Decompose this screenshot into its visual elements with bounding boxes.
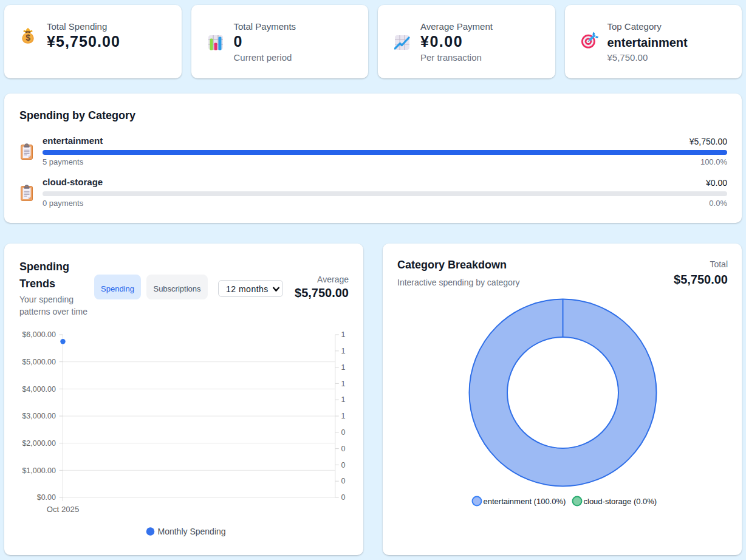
svg-text:0: 0 xyxy=(341,445,346,453)
svg-text:$0.00: $0.00 xyxy=(37,493,56,502)
svg-text:0: 0 xyxy=(341,428,346,437)
svg-text:1: 1 xyxy=(341,412,346,420)
svg-text:$1,000.00: $1,000.00 xyxy=(22,466,56,475)
svg-text:Oct 2025: Oct 2025 xyxy=(47,505,80,514)
svg-text:$: $ xyxy=(26,33,30,43)
svg-text:1: 1 xyxy=(341,380,346,388)
svg-text:1: 1 xyxy=(341,363,346,372)
svg-text:0: 0 xyxy=(341,477,346,485)
svg-text:Monthly Spending: Monthly Spending xyxy=(158,527,226,536)
svg-text:$6,000.00: $6,000.00 xyxy=(22,330,56,339)
svg-text:$4,000.00: $4,000.00 xyxy=(22,385,56,394)
svg-text:cloud-storage (0.0%): cloud-storage (0.0%) xyxy=(584,497,657,506)
svg-text:$2,000.00: $2,000.00 xyxy=(22,439,56,448)
svg-text:1: 1 xyxy=(341,395,346,404)
svg-text:$5,000.00: $5,000.00 xyxy=(22,358,56,366)
svg-text:1: 1 xyxy=(341,330,346,339)
svg-text:0: 0 xyxy=(341,461,346,470)
svg-text:1: 1 xyxy=(341,347,346,355)
svg-text:$3,000.00: $3,000.00 xyxy=(22,412,56,420)
svg-text:entertainment (100.0%): entertainment (100.0%) xyxy=(484,497,566,506)
svg-text:0: 0 xyxy=(341,493,346,502)
